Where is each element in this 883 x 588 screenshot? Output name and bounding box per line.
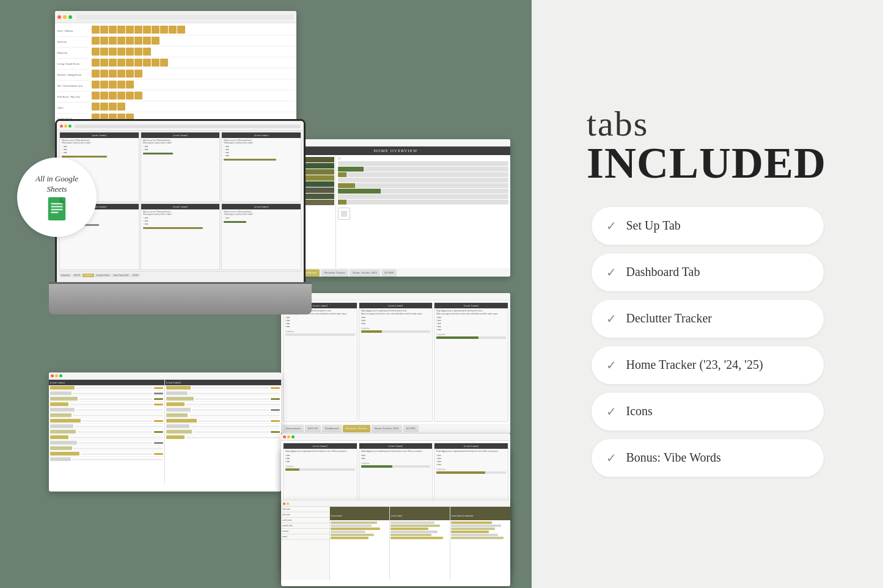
- tab-item-declutter: ✓ Declutter Tracker: [592, 300, 824, 338]
- tab-bar-overview: SET UP Dashboard Declutter Tracker Home …: [281, 268, 510, 277]
- laptop-base: [49, 284, 312, 314]
- tab-label-icons: Icons: [626, 404, 653, 418]
- declutter-room-2: [room 2 name] Begin digging away at orga…: [359, 302, 433, 422]
- tab-label-vibe-words: Bonus: Vibe Words: [626, 451, 721, 465]
- tab-label-declutter: Declutter Tracker: [626, 311, 713, 325]
- left-panel: All in Google Sheets Entry / Hallway Bed…: [0, 0, 532, 588]
- check-icon-declutter: ✓: [606, 311, 617, 326]
- tab-label-dashboard: Dashboard Tab: [626, 265, 700, 279]
- declutter-room-3: [room 3 name] Begin digging away at orga…: [434, 302, 508, 422]
- tab-item-setup: ✓ Set Up Tab: [592, 207, 824, 245]
- check-icon-dashboard: ✓: [606, 265, 617, 280]
- badge-text2: Sheets: [46, 184, 67, 195]
- included-heading: INCLUDED: [574, 138, 852, 189]
- home-overview-screenshot: HOME OVERVIEW create 2 tasks create a ta…: [281, 139, 510, 277]
- home-tracker-rooms-screenshot: daily tasks daily tasks weekly tasks mon…: [281, 501, 510, 586]
- svg-rect-2: [51, 206, 63, 208]
- check-icon-home-tracker: ✓: [606, 358, 617, 372]
- svg-rect-4: [51, 212, 59, 213]
- check-icon-vibe-words: ✓: [606, 451, 617, 465]
- tab-label-home-tracker: Home Tracker ('23, '24, '25): [626, 358, 763, 372]
- home-overview-header: HOME OVERVIEW: [281, 147, 510, 155]
- room-card-2: [room 2 name] What do you love? What sho…: [141, 132, 221, 202]
- room-card-3: [room 3 name] What do you love? What sho…: [221, 132, 301, 202]
- tab-label-setup: Set Up Tab: [626, 219, 681, 233]
- tab-item-dashboard: ✓ Dashboard Tab: [592, 253, 824, 291]
- room-card-6: [room 6 name] What do you love? What sho…: [221, 203, 301, 270]
- declutter-screenshot: [room 1 name] Begin digging away at orga…: [281, 293, 510, 434]
- check-icon-icons: ✓: [606, 404, 617, 419]
- home-tracker-screenshot: [room 1 name]: [49, 372, 281, 492]
- room-card-5: [room 5 name] What do you love? What sho…: [141, 203, 221, 270]
- google-sheets-badge: All in Google Sheets: [17, 158, 97, 237]
- svg-rect-3: [51, 209, 63, 210]
- tab-bar-declutter: Instructions SET UP Dashboard Declutter …: [281, 424, 510, 434]
- declutter-room-1: [room 1 name] Begin digging away at orga…: [283, 302, 357, 422]
- svg-rect-1: [51, 203, 63, 205]
- tab-item-home-tracker: ✓ Home Tracker ('23, '24, '25): [592, 346, 824, 384]
- tab-item-icons: ✓ Icons: [592, 393, 824, 430]
- toolbar: [55, 11, 296, 23]
- right-panel: tabs INCLUDED ✓ Set Up Tab ✓ Dashboard T…: [532, 0, 883, 588]
- google-sheets-icon: [47, 197, 67, 220]
- check-icon-setup: ✓: [606, 219, 617, 233]
- tab-item-vibe-words: ✓ Bonus: Vibe Words: [592, 439, 824, 477]
- badge-text: All in Google: [35, 174, 78, 184]
